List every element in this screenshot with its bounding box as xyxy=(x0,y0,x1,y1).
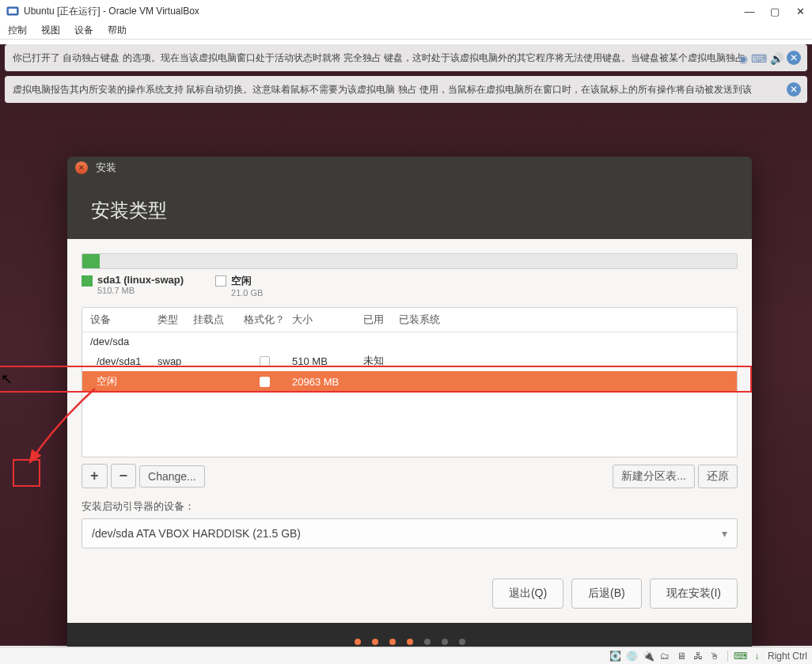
maximize-button[interactable]: ▢ xyxy=(769,6,780,17)
vbox-menubar: 控制 视图 设备 帮助 xyxy=(0,22,812,40)
menu-help[interactable]: 帮助 xyxy=(108,24,127,37)
step-dot xyxy=(442,639,448,645)
disk-segment-swap xyxy=(82,254,100,268)
back-button[interactable]: 后退(B) xyxy=(571,579,642,609)
step-dot xyxy=(459,639,465,645)
display-icon[interactable]: 🖥 xyxy=(676,650,688,662)
table-row-selected[interactable]: 空闲 20963 MB xyxy=(82,371,737,392)
disk-legend: sda1 (linux-swap) 510.7 MB 空闲 21.0 GB xyxy=(82,274,738,298)
partition-table[interactable]: 设备 类型 挂载点 格式化？ 大小 已用 已装系统 /dev/sda /dev/… xyxy=(82,307,738,457)
bootloader-label: 安装启动引导器的设备： xyxy=(82,499,738,514)
minimize-button[interactable]: — xyxy=(744,6,755,17)
usb-icon[interactable]: 🔌 xyxy=(643,650,655,662)
mouse-icon[interactable]: 🖱 xyxy=(709,650,721,662)
header-system[interactable]: 已装系统 xyxy=(399,313,729,327)
installer-window: 安装 安装类型 sda1 (linux-swap) 510.7 MB xyxy=(67,157,752,659)
network-icon[interactable]: 🖧 xyxy=(692,650,704,662)
table-header: 设备 类型 挂载点 格式化？ 大小 已用 已装系统 xyxy=(82,308,737,332)
step-dot xyxy=(355,639,361,645)
legend-square-swap xyxy=(82,275,93,286)
menu-view[interactable]: 视图 xyxy=(41,24,60,37)
step-dot xyxy=(372,639,378,645)
legend-swap: sda1 (linux-swap) 510.7 MB xyxy=(82,274,184,298)
step-dot xyxy=(407,639,413,645)
add-partition-button[interactable]: + xyxy=(82,464,108,488)
format-checkbox[interactable] xyxy=(260,377,270,387)
table-row[interactable]: /dev/sda xyxy=(82,332,737,351)
disk-usage-bar xyxy=(82,253,738,269)
notification-close-button[interactable]: ✕ xyxy=(787,51,801,65)
chevron-down-icon: ▾ xyxy=(722,527,727,540)
header-mount[interactable]: 挂载点 xyxy=(193,313,237,327)
close-button[interactable]: ✕ xyxy=(795,6,806,17)
table-actions: + − Change... 新建分区表... 还原 xyxy=(82,464,738,488)
vbox-titlebar: Ubuntu [正在运行] - Oracle VM VirtualBox — ▢… xyxy=(0,0,812,22)
window-title: Ubuntu [正在运行] - Oracle VM VirtualBox xyxy=(24,5,744,18)
installer-titlebar: 安装 xyxy=(67,157,752,179)
header-device[interactable]: 设备 xyxy=(90,313,157,327)
menu-control[interactable]: 控制 xyxy=(8,24,27,37)
notification-mouse: 虚拟电脑报告其内所安装的操作系统支持 鼠标自动切换。这意味着鼠标不需要为该虚拟电… xyxy=(5,76,807,103)
cursor-icon: ↖ xyxy=(1,370,13,388)
header-size[interactable]: 大小 xyxy=(292,313,363,327)
remove-partition-button[interactable]: − xyxy=(111,464,137,488)
annotation-highlight-add xyxy=(13,459,40,487)
header-format[interactable]: 格式化？ xyxy=(237,313,292,327)
menu-device[interactable]: 设备 xyxy=(74,24,93,37)
legend-square-free xyxy=(215,275,226,286)
install-now-button[interactable]: 现在安装(I) xyxy=(650,579,738,609)
host-key-label: Right Ctrl xyxy=(768,651,807,662)
vm-viewport: 你已打开了 自动独占键盘 的选项。现在当该虚拟电脑窗口处于活动状态时就将 完全独… xyxy=(0,44,812,646)
step-dot xyxy=(389,639,396,645)
new-partition-table-button[interactable]: 新建分区表... xyxy=(613,465,695,488)
host-key-indicator-icon: ⌨ xyxy=(734,650,746,662)
host-key-arrow-icon: ↓ xyxy=(751,650,763,662)
step-dot xyxy=(424,639,431,645)
installer-header: 安装类型 xyxy=(67,179,752,239)
virtualbox-icon xyxy=(6,5,19,17)
legend-free: 空闲 21.0 GB xyxy=(215,274,263,298)
header-type[interactable]: 类型 xyxy=(157,313,193,327)
change-partition-button[interactable]: Change... xyxy=(139,465,205,488)
svg-rect-1 xyxy=(9,9,17,13)
hdd-icon[interactable]: 💽 xyxy=(609,650,621,662)
window-close-button[interactable] xyxy=(75,161,88,174)
table-row[interactable]: /dev/sda1 swap 510 MB 未知 xyxy=(82,351,737,371)
installer-window-title: 安装 xyxy=(96,161,116,175)
installer-body: sda1 (linux-swap) 510.7 MB 空闲 21.0 GB 设备… xyxy=(67,239,752,623)
notification-keyboard: 你已打开了 自动独占键盘 的选项。现在当该虚拟电脑窗口处于活动状态时就将 完全独… xyxy=(5,44,807,71)
bootloader-select[interactable]: /dev/sda ATA VBOX HARDDISK (21.5 GB) ▾ xyxy=(82,518,738,548)
shared-folder-icon[interactable]: 🗂 xyxy=(659,650,671,662)
format-checkbox[interactable] xyxy=(260,356,270,366)
revert-button[interactable]: 还原 xyxy=(698,465,738,488)
quit-button[interactable]: 退出(Q) xyxy=(492,579,563,609)
vbox-statusbar: 💽 💿 🔌 🗂 🖥 🖧 🖱 ⌨ ↓ Right Ctrl xyxy=(0,647,812,664)
notification-close-button[interactable]: ✕ xyxy=(787,82,801,97)
disk-segment-free xyxy=(100,254,737,268)
header-used[interactable]: 已用 xyxy=(363,313,399,327)
notification-extra-icons: ◉ ⌨ 🔊 xyxy=(738,51,784,67)
nav-buttons: 退出(Q) 后退(B) 现在安装(I) xyxy=(82,563,738,609)
optical-icon[interactable]: 💿 xyxy=(626,650,638,662)
